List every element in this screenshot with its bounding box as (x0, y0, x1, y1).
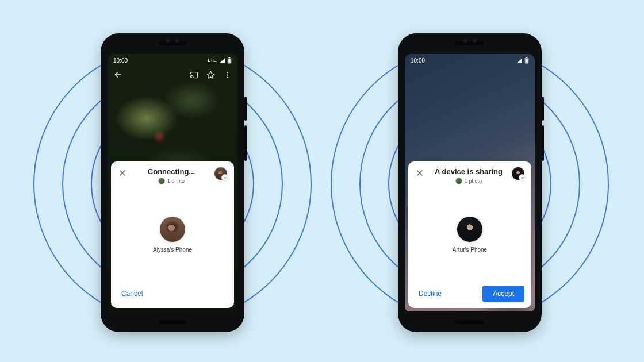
network-label: LTE (208, 57, 217, 63)
photo-thumbnail-icon (455, 178, 462, 184)
decline-button[interactable]: Decline (415, 287, 445, 300)
star-icon[interactable] (206, 71, 215, 79)
account-switch-icon (519, 174, 526, 181)
illustration-stage: 10:00 LTE (0, 0, 644, 362)
account-switch-icon (221, 174, 228, 181)
signal-icon (219, 58, 225, 63)
close-icon[interactable] (118, 168, 128, 179)
svg-point-7 (227, 76, 228, 78)
svg-marker-4 (207, 71, 214, 78)
phone-screen: 10:00 A device is sharing 1 p (405, 54, 535, 311)
battery-icon (227, 57, 232, 64)
status-bar: 10:00 (405, 54, 535, 67)
status-time: 10:00 (411, 57, 425, 64)
cast-icon[interactable] (190, 71, 198, 79)
power-button (244, 97, 247, 121)
sheet-sub-label: 1 photo (167, 178, 185, 184)
sheet-title: A device is sharing (425, 167, 512, 176)
share-sheet-receiver: A device is sharing 1 photo Art (408, 161, 531, 308)
photo-thumbnail-icon (158, 178, 165, 184)
svg-point-6 (227, 74, 228, 75)
phone-screen: 10:00 LTE (108, 54, 237, 311)
phone-sensors (166, 39, 179, 43)
sheet-title: Connecting... (128, 167, 214, 176)
contact-name: Alyssa's Phone (153, 247, 192, 253)
svg-point-3 (190, 77, 191, 78)
phone-receiver: 10:00 A device is sharing 1 p (398, 33, 542, 332)
share-sheet-sender: Connecting... 1 photo Alyssa's (111, 161, 234, 308)
account-avatar[interactable] (512, 167, 524, 180)
volume-button (542, 125, 544, 161)
battery-icon (524, 57, 529, 64)
svg-rect-2 (228, 59, 231, 62)
phone-sender: 10:00 LTE (101, 33, 244, 332)
account-avatar[interactable] (214, 167, 227, 180)
signal-icon (516, 58, 522, 63)
svg-point-5 (227, 72, 228, 73)
photo-toolbar (108, 67, 237, 83)
cancel-button[interactable]: Cancel (118, 287, 146, 300)
status-right (516, 57, 529, 64)
volume-button (244, 125, 247, 161)
power-button (542, 97, 544, 121)
overflow-icon[interactable] (223, 71, 232, 79)
sheet-subtitle: 1 photo (425, 178, 512, 184)
contact-avatar[interactable] (457, 217, 482, 242)
status-time: 10:00 (113, 57, 128, 64)
phone-sensors (463, 39, 476, 43)
status-bar: 10:00 LTE (108, 54, 237, 67)
svg-rect-10 (526, 59, 528, 62)
close-icon[interactable] (415, 168, 425, 179)
accept-button[interactable]: Accept (482, 286, 524, 302)
svg-rect-9 (526, 57, 527, 58)
contact-name: Artur's Phone (453, 247, 487, 253)
status-right: LTE (208, 57, 232, 64)
back-icon[interactable] (113, 70, 122, 79)
contact-avatar[interactable] (160, 217, 185, 242)
svg-rect-1 (229, 57, 230, 58)
sheet-subtitle: 1 photo (128, 178, 214, 184)
sheet-sub-label: 1 photo (465, 178, 482, 184)
